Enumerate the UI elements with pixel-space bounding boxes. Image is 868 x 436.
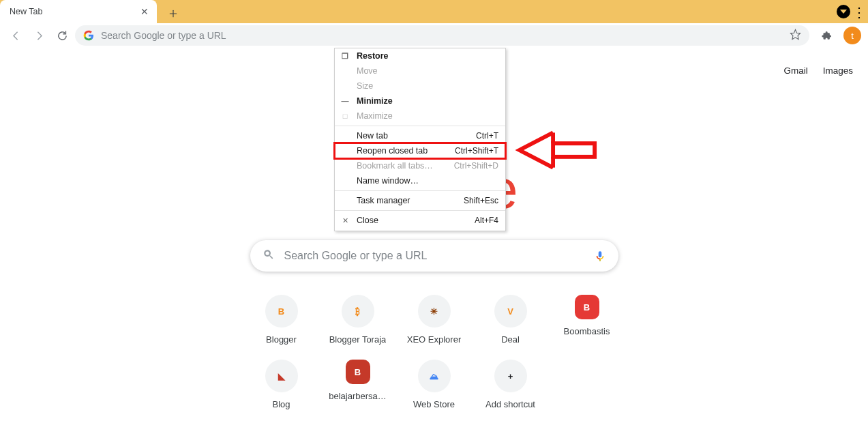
menu-item-label: New tab bbox=[357, 131, 470, 141]
shortcut-label: Deal bbox=[501, 334, 520, 345]
searchbox-placeholder: Search Google or type a URL bbox=[284, 250, 428, 262]
menu-item[interactable]: Reopen closed tabCtrl+Shift+T bbox=[335, 143, 505, 158]
shortcut-label: Add shortcut bbox=[485, 399, 535, 409]
menu-item: Size bbox=[335, 78, 505, 93]
forward-button[interactable] bbox=[29, 25, 49, 46]
menu-item[interactable]: New tabCtrl+T bbox=[335, 128, 505, 143]
menu-item-label: Move bbox=[357, 66, 498, 76]
menu-item-shortcut: Shift+Esc bbox=[464, 196, 498, 205]
menu-item-label: Size bbox=[357, 81, 498, 91]
google-g-icon bbox=[83, 30, 94, 41]
menu-item: □Maximize bbox=[335, 108, 505, 123]
shortcut-label: belajarbersa… bbox=[329, 391, 387, 401]
shortcut-label: Web Store bbox=[413, 399, 455, 409]
shortcut-label: Blogger bbox=[266, 334, 297, 345]
menu-item-icon: — bbox=[339, 97, 351, 105]
menu-item: Bookmark all tabs…Ctrl+Shift+D bbox=[335, 158, 505, 173]
toolbar: Search Google or type a URL t bbox=[0, 23, 868, 48]
search-icon bbox=[263, 248, 275, 263]
menu-item-label: Reopen closed tab bbox=[357, 146, 449, 156]
shortcut-tile[interactable]: ⛰Web Store bbox=[396, 360, 473, 409]
shortcut-icon: ✳ bbox=[418, 295, 451, 328]
menu-item-shortcut: Ctrl+T bbox=[476, 131, 498, 141]
back-button[interactable] bbox=[5, 25, 26, 46]
menu-item-label: Close bbox=[357, 216, 469, 225]
menu-item[interactable]: Name window… bbox=[335, 173, 505, 188]
menu-item-shortcut: Ctrl+Shift+D bbox=[454, 161, 498, 171]
top-links: Gmail Images bbox=[783, 66, 853, 76]
shortcut-icon: + bbox=[494, 360, 527, 392]
shortcut-label: XEO Explorer bbox=[407, 334, 461, 345]
menu-item-icon: ✕ bbox=[339, 216, 351, 225]
tab-strip: New Tab ✕ ⋮ bbox=[0, 0, 868, 23]
shortcut-tile[interactable]: ₿Blogger Toraja bbox=[320, 295, 396, 345]
menu-item-icon: □ bbox=[339, 112, 351, 120]
profile-letter: t bbox=[851, 31, 854, 41]
annotation-arrow bbox=[513, 128, 600, 175]
shortcut-label: Boombastis bbox=[564, 326, 610, 336]
new-tab-button[interactable] bbox=[164, 4, 183, 23]
shortcut-icon: ◣ bbox=[265, 360, 298, 392]
menu-item[interactable]: ❐Restore bbox=[335, 48, 505, 63]
add-shortcut-button[interactable]: +Add shortcut bbox=[473, 360, 549, 409]
menu-item[interactable]: Task managerShift+Esc bbox=[335, 193, 505, 208]
shortcut-label: Blogger Toraja bbox=[329, 334, 387, 345]
shortcut-tile[interactable]: ✳XEO Explorer bbox=[396, 295, 473, 345]
menu-item-icon: ❐ bbox=[339, 52, 351, 61]
shortcut-tile[interactable]: BBlogger bbox=[243, 295, 320, 345]
extensions-button[interactable] bbox=[816, 25, 837, 46]
profile-button[interactable]: t bbox=[843, 27, 861, 44]
shortcut-icon: V bbox=[494, 295, 527, 328]
shortcut-icon: B bbox=[346, 360, 370, 384]
shortcut-label: Blog bbox=[272, 399, 290, 409]
svg-marker-2 bbox=[790, 29, 800, 39]
menu-item-label: Maximize bbox=[357, 111, 498, 121]
menu-item-label: Minimize bbox=[357, 96, 498, 106]
omnibox[interactable]: Search Google or type a URL bbox=[75, 25, 809, 46]
menu-item: Move bbox=[335, 63, 505, 78]
bookmark-star-icon[interactable] bbox=[790, 29, 801, 42]
window-menu-icon[interactable]: ⋮ bbox=[852, 4, 866, 20]
tab-title: New Tab bbox=[10, 7, 42, 16]
menu-item-label: Task manager bbox=[357, 196, 458, 205]
menu-item[interactable]: ✕CloseAlt+F4 bbox=[335, 213, 505, 228]
shortcut-tile[interactable]: ◣Blog bbox=[243, 360, 320, 409]
menu-item-label: Name window… bbox=[357, 176, 498, 186]
menu-item-label: Bookmark all tabs… bbox=[357, 161, 449, 171]
shortcut-tile[interactable]: VDeal bbox=[473, 295, 549, 345]
ntp-searchbox[interactable]: Search Google or type a URL bbox=[250, 240, 618, 272]
images-link[interactable]: Images bbox=[823, 66, 853, 76]
menu-item-shortcut: Ctrl+Shift+T bbox=[455, 146, 498, 156]
voice-search-icon[interactable] bbox=[594, 248, 606, 264]
shortcut-tile[interactable]: BBoombastis bbox=[549, 295, 625, 345]
reload-button[interactable] bbox=[52, 25, 72, 46]
shortcuts-grid: BBlogger₿Blogger Toraja✳XEO ExplorerVDea… bbox=[243, 295, 625, 409]
menu-item-label: Restore bbox=[357, 51, 498, 61]
shortcut-tile[interactable]: Bbelajarbersa… bbox=[320, 360, 396, 409]
shortcut-icon: ⛰ bbox=[418, 360, 451, 392]
shortcut-icon: B bbox=[265, 295, 298, 328]
svg-rect-5 bbox=[553, 143, 595, 157]
gmail-link[interactable]: Gmail bbox=[783, 66, 807, 76]
new-tab-page: Gmail Images Google Search Google or typ… bbox=[0, 48, 868, 436]
menu-item[interactable]: —Minimize bbox=[335, 93, 505, 108]
window-context-menu: ❐RestoreMoveSize—Minimize□MaximizeNew ta… bbox=[334, 48, 506, 231]
browser-tab[interactable]: New Tab ✕ bbox=[0, 0, 157, 23]
account-chip[interactable] bbox=[837, 5, 850, 18]
close-tab-icon[interactable]: ✕ bbox=[140, 6, 149, 17]
shortcut-icon: ₿ bbox=[342, 295, 374, 328]
omnibox-placeholder: Search Google or type a URL bbox=[101, 30, 226, 41]
menu-item-shortcut: Alt+F4 bbox=[475, 216, 498, 225]
shortcut-icon: B bbox=[575, 295, 599, 319]
